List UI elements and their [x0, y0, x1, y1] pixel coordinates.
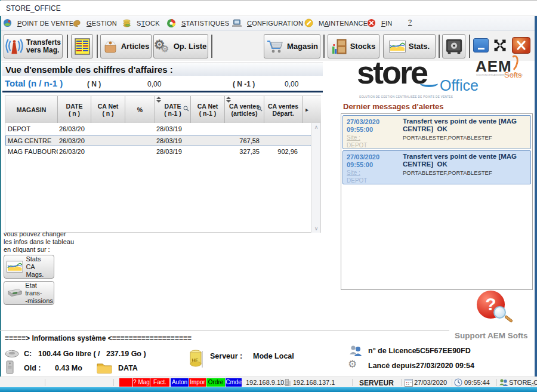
hf-database-icon: HF [190, 350, 203, 368]
started-value: 27/03/2020 09:54 [416, 362, 474, 370]
grid-list-button[interactable] [71, 34, 93, 58]
status-flag-cmde[interactable]: Cmde [226, 378, 242, 387]
table-vertical-scrollbar[interactable]: ∧ ∨ [311, 123, 320, 233]
cell-magasin: DEPOT [8, 124, 58, 135]
menu-stock[interactable]: STOCK [122, 18, 160, 27]
col-header-ca-net-n[interactable]: CA Net( n ) [91, 96, 125, 123]
alert-item[interactable]: 27/03/202009:55:00 Site : DEPOT Transfer… [342, 115, 531, 149]
alert-message: Transfert vers point de vente [MAG CENTR… [403, 118, 529, 133]
coins-icon [122, 18, 131, 27]
laptop-icon [232, 18, 242, 27]
horn-icon [72, 18, 81, 27]
status-flag-fact[interactable]: Fact. [150, 378, 169, 387]
n1-value: 0,00 [285, 80, 298, 88]
toolbar-separator [67, 35, 68, 58]
clock-icon [454, 378, 462, 387]
col-header-date-n[interactable]: DATE( n ) [58, 96, 91, 123]
status-flag-ordre[interactable]: Ordre [206, 378, 225, 387]
tower-icon [6, 360, 14, 374]
toolbar-separator [97, 35, 98, 58]
op-liste-button[interactable]: ⚙⚙ Op. Liste [153, 34, 208, 58]
col-header-magasin[interactable]: MAGASIN [5, 96, 58, 123]
safe-button[interactable] [442, 34, 465, 58]
maximize-button[interactable] [492, 37, 508, 54]
transferts-vers-mag-button[interactable]: Transfertsvers Mag. [4, 34, 63, 58]
status-flag[interactable] [119, 378, 132, 387]
safe-icon [445, 38, 463, 55]
menu-configuration[interactable]: CONFIGURATION [232, 18, 303, 27]
search-icon [183, 106, 189, 112]
svg-text:HF: HF [192, 357, 199, 363]
col-header-ca-ventes-articles[interactable]: CA ventes(articles) [225, 96, 264, 123]
menu-maintenance[interactable]: MAINTENANCE [304, 18, 368, 27]
scroll-up-icon[interactable]: ∧ [311, 124, 321, 130]
store-logo: store [357, 56, 427, 88]
session-users-icon [499, 378, 508, 387]
alert-site-value: DEPOT [347, 142, 367, 149]
scroll-down-icon[interactable]: ∨ [311, 226, 321, 232]
articles-button[interactable]: Articles [100, 34, 152, 58]
minimize-icon [478, 48, 484, 50]
menu-point-de-vente[interactable]: POINT DE VENTE [3, 18, 73, 27]
cell-ca-ventes-depart [264, 135, 298, 147]
alerts-title: Dernier messages d'alertes [343, 102, 444, 111]
alert-site-value: DEPOT [347, 177, 367, 184]
cell-date-n: 26/03/20 [59, 146, 91, 158]
close-button[interactable] [512, 37, 530, 54]
started-label: Lancé depuis [368, 362, 416, 370]
window-border-right [535, 16, 537, 387]
cell-ca-net-n1 [191, 135, 221, 147]
disk-label: C: [24, 350, 32, 358]
server-value: Mode Local [253, 352, 294, 360]
status-flag-mag[interactable]: ? Mag [133, 378, 150, 387]
cell-date-n1: 28/03/19 [156, 146, 190, 158]
toolbar-separator [211, 35, 212, 58]
n1-label: ( N -1 ) [233, 80, 255, 88]
col-header-ca-ventes-depart[interactable]: CA ventesDépart. [264, 96, 303, 123]
more-columns-icon: ▸ [305, 106, 308, 113]
menubar: POINT DE VENTE GESTION STOCK STATISTIQUE… [1, 16, 535, 31]
alert-site-label: Site : [347, 169, 360, 176]
pie-chart-icon [166, 18, 176, 28]
statusbar-divider [45, 379, 45, 386]
etat-transmissions-button[interactable]: Etat trans--missions [4, 281, 54, 305]
shopping-cart-icon [266, 39, 284, 54]
col-header-ca-net-n1[interactable]: CA Net( n-1 ) [191, 96, 225, 123]
cell-ca-net-n1 [191, 146, 221, 158]
cell-magasin: MAG CENTRE [8, 135, 58, 147]
menu-help[interactable]: ? [408, 18, 412, 26]
n-label: ( N ) [87, 80, 101, 88]
table-hint-text: vous pouvez changer les infos dans le ta… [4, 230, 74, 254]
minimize-button[interactable] [473, 38, 489, 53]
resize-grip-icon[interactable] [530, 381, 536, 387]
support-label: Support AEM Softs [455, 331, 528, 340]
gears-icon: ⚙⚙ [155, 38, 171, 55]
col-header-date-n1[interactable]: DATE( n-1 ) [155, 96, 191, 123]
statusbar: ? Mag Fact. Auton Impor Ordre Cmde 192.1… [0, 376, 537, 387]
licence-users-icon [348, 345, 363, 357]
chart-image-icon [389, 41, 406, 53]
status-flag-auton[interactable]: Auton [171, 378, 189, 387]
menu-gestion[interactable]: GESTION [72, 18, 117, 27]
expand-arrows-icon [492, 37, 508, 54]
statusbar-divider [113, 379, 114, 386]
statusbar-divider [401, 379, 402, 386]
menu-statistiques[interactable]: STATISTIQUES [166, 18, 229, 28]
disk-icon [5, 350, 19, 359]
n-value: 0,00 [147, 80, 161, 88]
status-flag-impor[interactable]: Impor [189, 378, 206, 387]
total-label: Total (n / n-1 ) [5, 78, 63, 88]
app-window: STORE_OFFICE POINT DE VENTE GESTION STOC… [0, 0, 537, 392]
table-row[interactable]: DEPOT 26/03/20 28/03/19 [5, 124, 311, 135]
col-header-more[interactable]: ▸ [303, 96, 311, 123]
table-row[interactable]: MAG FAUBOURG 26/03/20 28/03/19 327,35 90… [5, 146, 311, 158]
cell-date-n1: 28/03/19 [156, 135, 190, 147]
stats-ca-mags-button[interactable]: StatsCA Mags. [4, 255, 54, 279]
magasin-button[interactable]: Magasin [264, 34, 320, 58]
alert-datetime: 27/03/202009:55:00 [347, 118, 402, 134]
col-header-pct[interactable]: % [125, 96, 155, 123]
table-row-selected[interactable]: MAG CENTRE 26/03/20 28/03/19 767,58 [5, 135, 311, 146]
menu-fin[interactable]: FIN [367, 18, 392, 27]
alert-item-selected[interactable]: 27/03/202009:55:00 Site : DEPOT Transfer… [342, 150, 531, 184]
alert-detail: PORTABLESTEF,PORTABLESTEF [403, 134, 492, 141]
